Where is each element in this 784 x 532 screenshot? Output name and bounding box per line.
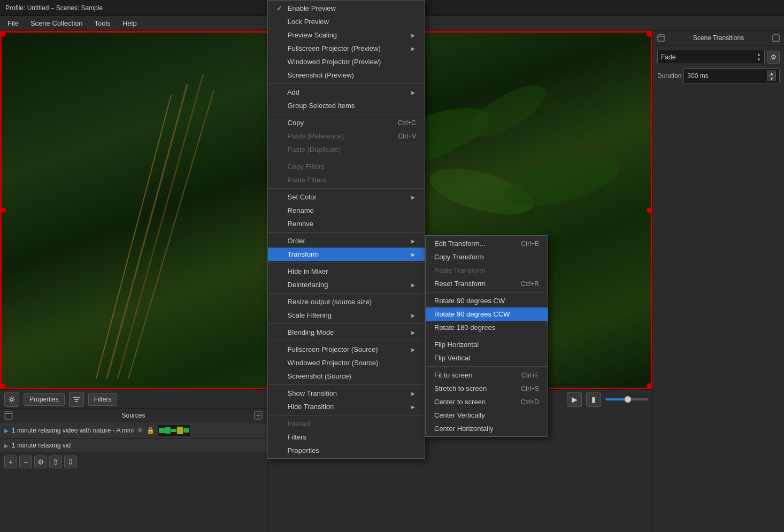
ctx-order[interactable]: ✓ Order ►: [268, 234, 425, 248]
sub-reset-transform[interactable]: Reset Transform Ctrl+R: [426, 277, 548, 290]
ctx-sep-9: [268, 341, 425, 341]
source-controls: + − ⚙ ⇧ ⇩: [0, 452, 267, 472]
source-item-2[interactable]: ▶ 1 minute relaxing vid: [0, 439, 267, 452]
sources-title: Sources: [121, 412, 145, 419]
sub-shortcut-center: Ctrl+D: [521, 398, 539, 406]
sub-shortcut-reset-transform: Ctrl+R: [521, 280, 539, 288]
ctx-remove[interactable]: ✓ Remove: [268, 217, 425, 230]
sub-flip-v[interactable]: Flip Vertical: [426, 351, 548, 365]
ctx-arrow-fullscreen: ►: [410, 45, 416, 52]
source-eye-1[interactable]: 👁: [137, 427, 143, 434]
volume-slider[interactable]: [605, 398, 648, 400]
sub-shortcut-fit: Ctrl+F: [521, 372, 539, 379]
ctx-sep-11: [268, 415, 425, 415]
sub-label-rotate-ccw: Rotate 90 degrees CCW: [434, 310, 510, 318]
audio-viz-1: [158, 425, 190, 436]
transition-select-row: Fade ▲ ▼ ⚙: [657, 50, 780, 64]
svg-line-2: [96, 95, 171, 379]
sub-edit-transform[interactable]: Edit Transform... Ctrl+E: [426, 237, 548, 250]
ctx-group-selected[interactable]: ✓ Group Selected Items: [268, 99, 425, 112]
source-settings-button[interactable]: ⚙: [34, 456, 47, 468]
sources-panel-header: Sources: [0, 409, 267, 422]
ctx-windowed-source[interactable]: ✓ Windowed Projector (Source): [268, 356, 425, 369]
sub-rotate-180[interactable]: Rotate 180 degrees: [426, 321, 548, 334]
sub-copy-transform[interactable]: Copy Transform: [426, 250, 548, 264]
panel-expand-icon[interactable]: [254, 411, 263, 420]
sub-rotate-cw[interactable]: Rotate 90 degrees CW: [426, 294, 548, 307]
move-source-down-button[interactable]: ⇩: [64, 456, 77, 468]
filters-label[interactable]: Filters: [88, 393, 118, 406]
gear-icon: [8, 396, 16, 403]
source-lock-1[interactable]: 🔒: [147, 427, 155, 434]
duration-value: 300 ms: [687, 72, 708, 80]
transition-type-select[interactable]: Fade ▲ ▼: [657, 50, 765, 64]
sub-flip-h[interactable]: Flip Horizontal: [426, 338, 548, 351]
sub-sep-3: [426, 366, 548, 367]
volume-thumb[interactable]: [625, 396, 631, 403]
ctx-add[interactable]: ✓ Add ►: [268, 86, 425, 99]
ctx-lock-preview[interactable]: ✓ Lock Preview: [268, 15, 425, 28]
source-item-1[interactable]: ▶ 1 minute relaxing video with nature - …: [0, 422, 267, 439]
scene-transitions-collapse-icon[interactable]: [657, 34, 665, 42]
ctx-arrow-blending-mode: ►: [410, 329, 416, 336]
menu-file[interactable]: File: [2, 18, 24, 29]
ctx-preview-scaling[interactable]: ✓ Preview Scaling ►: [268, 28, 425, 42]
sub-stretch-to-screen[interactable]: Stretch to screen Ctrl+S: [426, 382, 548, 395]
menu-scene-collection[interactable]: Scene Collection: [25, 18, 88, 29]
ctx-resize-output[interactable]: ✓ Resize output (source size): [268, 295, 425, 309]
ctx-hide-transition[interactable]: ✓ Hide Transition ►: [268, 400, 425, 413]
duration-input[interactable]: 300 ms ▲ ▼: [683, 68, 780, 83]
transition-settings-button[interactable]: ⚙: [767, 51, 780, 64]
menu-tools[interactable]: Tools: [89, 18, 116, 29]
scene-transitions-expand-icon[interactable]: [772, 34, 780, 42]
ctx-interact: ✓ Interact: [268, 417, 425, 430]
sub-sep-2: [426, 336, 548, 336]
ctx-show-transition[interactable]: ✓ Show Transition ►: [268, 387, 425, 400]
ctx-paste-dup: ✓ Paste (Duplicate): [268, 143, 425, 156]
ctx-fullscreen-projector-preview[interactable]: ✓ Fullscreen Projector (Preview) ►: [268, 42, 425, 55]
ctx-sep-7: [268, 293, 425, 294]
sub-fit-to-screen[interactable]: Fit to screen Ctrl+F: [426, 368, 548, 382]
sub-shortcut-edit-transform: Ctrl+E: [521, 240, 539, 248]
ctx-shortcut-paste-ref: Ctrl+V: [398, 133, 416, 140]
stop-button[interactable]: ▮: [586, 392, 601, 407]
sub-label-flip-h: Flip Horizontal: [434, 341, 479, 349]
ctx-hide-in-mixer[interactable]: ✓ Hide in Mixer: [268, 265, 425, 278]
ctx-rename[interactable]: ✓ Rename: [268, 204, 425, 217]
svg-line-3: [128, 90, 214, 379]
ctx-screenshot-preview[interactable]: ✓ Screenshot (Preview): [268, 68, 425, 82]
ctx-blending-mode[interactable]: ✓ Blending Mode ►: [268, 326, 425, 339]
properties-label[interactable]: Properties: [24, 393, 65, 406]
sub-rotate-ccw[interactable]: Rotate 90 degrees CCW: [426, 307, 548, 321]
ctx-deinterlacing[interactable]: ✓ Deinterlacing ►: [268, 278, 425, 291]
sub-center-horizontally[interactable]: Center Horizontally: [426, 422, 548, 435]
ctx-scale-filtering[interactable]: ✓ Scale Filtering ►: [268, 309, 425, 322]
sub-center-vertically[interactable]: Center Vertically: [426, 408, 548, 422]
ctx-screenshot-source[interactable]: ✓ Screenshot (Source): [268, 369, 425, 383]
ctx-copy[interactable]: ✓ Copy Ctrl+C: [268, 116, 425, 129]
sub-label-copy-transform: Copy Transform: [434, 253, 483, 261]
ctx-fullscreen-source[interactable]: ✓ Fullscreen Projector (Source) ►: [268, 343, 425, 356]
add-source-button[interactable]: +: [4, 456, 17, 468]
duration-down-button[interactable]: ▼: [767, 76, 776, 81]
ctx-properties[interactable]: ✓ Properties: [268, 444, 425, 457]
ctx-check-enable-preview: ✓: [276, 4, 282, 12]
ctx-set-color[interactable]: ✓ Set Color ►: [268, 190, 425, 204]
duration-up-button[interactable]: ▲: [767, 71, 776, 76]
ctx-windowed-projector-preview[interactable]: ✓ Windowed Projector (Preview): [268, 55, 425, 68]
filters-icon-btn[interactable]: [69, 392, 84, 407]
properties-button[interactable]: [4, 392, 19, 407]
ctx-enable-preview[interactable]: ✓ Enable Preview: [268, 2, 425, 15]
menu-help[interactable]: Help: [117, 18, 142, 29]
titlebar-text: Profile: Untitled – Scenes: Sample: [5, 4, 103, 12]
ctx-transform[interactable]: ✓ Transform ►: [268, 248, 425, 261]
play-button[interactable]: ▶: [567, 392, 582, 407]
sub-center-to-screen[interactable]: Center to screen Ctrl+D: [426, 395, 548, 408]
remove-source-button[interactable]: −: [19, 456, 32, 468]
ctx-copy-filters: ✓ Copy Filters: [268, 160, 425, 173]
ctx-sep-3: [268, 158, 425, 158]
panel-collapse-icon[interactable]: [4, 411, 13, 420]
move-source-up-button[interactable]: ⇧: [49, 456, 62, 468]
ctx-arrow-deinterlacing: ►: [410, 282, 416, 288]
ctx-filters[interactable]: ✓ Filters: [268, 430, 425, 444]
